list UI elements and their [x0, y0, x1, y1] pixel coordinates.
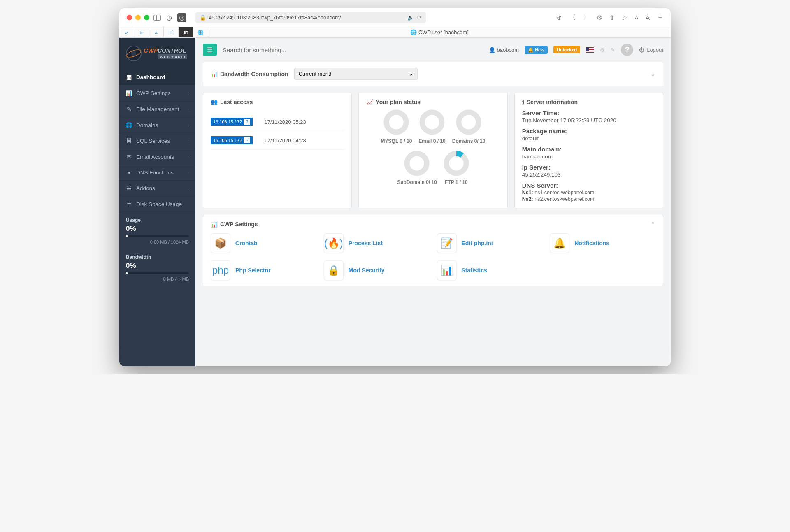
maximize-window-icon[interactable]: [144, 15, 149, 20]
topbar: ☰ 👤 baobcom 🔔 New Unlocked ⚙ ✎ ? ⏻Logout: [195, 38, 671, 62]
window-controls: [127, 15, 149, 20]
history-icon[interactable]: ◷: [165, 14, 173, 22]
browser-tab-4[interactable]: 📄: [164, 27, 179, 37]
close-window-icon[interactable]: [127, 15, 132, 20]
user-label: 👤 baobcom: [489, 47, 519, 53]
setting-label: Edit php.ini: [462, 240, 493, 246]
plan-donut: Email 0 / 10: [418, 109, 445, 144]
browser-tab-5[interactable]: BT: [179, 27, 193, 37]
svg-point-7: [386, 112, 406, 132]
forward-icon[interactable]: 〉: [583, 14, 589, 21]
select-caret-icon: ⌄: [409, 71, 413, 77]
help-icon[interactable]: ?: [621, 44, 633, 56]
sidebar-item-domains[interactable]: 🌐Domains‹: [119, 117, 195, 133]
setting-mod-security[interactable]: 🔒Mod Security: [324, 260, 430, 280]
downloads-icon[interactable]: ⊕: [557, 14, 562, 21]
brush-icon[interactable]: ✎: [611, 47, 615, 53]
setting-label: Php Selector: [235, 267, 271, 274]
access-row: 16.106.15.172?17/11/2020 05:23: [211, 113, 344, 131]
power-icon: ⏻: [639, 47, 644, 53]
collapse-icon[interactable]: ⌃: [651, 221, 655, 228]
sidebar-item-cwp-settings[interactable]: 📊CWP Settings‹: [119, 85, 195, 101]
sidebar-item-dns-functions[interactable]: ≡DNS Functions‹: [119, 165, 195, 181]
ip-badge: 16.106.15.172?: [211, 136, 253, 144]
setting-notifications[interactable]: 🔔Notifications: [550, 233, 655, 253]
unlocked-badge[interactable]: Unlocked: [553, 46, 581, 53]
reload-icon[interactable]: ⟳: [417, 14, 422, 21]
usage-progress: [126, 235, 189, 237]
access-row: 16.106.15.172?17/11/2020 04:28: [211, 131, 344, 150]
svg-text:CWP: CWP: [144, 47, 158, 54]
sidebar-item-email-accounts[interactable]: ✉Email Accounts‹: [119, 149, 195, 165]
url-text: 45.252.249.103:2083/cwp_76fd5f9e17fa8ac4…: [209, 14, 341, 21]
collapse-icon[interactable]: ⌄: [650, 70, 655, 78]
bookmark-icon[interactable]: ☆: [622, 14, 627, 21]
flag-icon[interactable]: [586, 47, 594, 53]
usage-widget: Usage 0% 0.00 MB / 1024 MB: [119, 212, 195, 249]
database-icon: 🗄: [126, 138, 132, 144]
new-tab-icon[interactable]: ＋: [657, 14, 663, 21]
setting-icon: 📦: [211, 233, 230, 253]
svg-text:CONTROL: CONTROL: [158, 47, 186, 54]
sidebar-toggle-icon[interactable]: [153, 15, 161, 21]
cogs-icon[interactable]: ⚙: [600, 47, 605, 53]
setting-process-list[interactable]: (🔥)Process List: [324, 233, 430, 253]
setting-crontab[interactable]: 📦Crontab: [211, 233, 316, 253]
svg-point-8: [422, 112, 442, 132]
text-small-icon[interactable]: A: [635, 15, 638, 21]
svg-point-10: [407, 153, 427, 173]
dns-icon: ≡: [126, 170, 132, 176]
menu-toggle-button[interactable]: ☰: [203, 44, 217, 56]
new-badge[interactable]: 🔔 New: [525, 46, 548, 54]
share-icon[interactable]: ⇧: [609, 14, 615, 21]
last-access-panel: 👥Last access 16.106.15.172?17/11/2020 05…: [203, 93, 352, 208]
search-input[interactable]: [223, 46, 313, 53]
plan-donut: MYSQL 0 / 10: [381, 109, 412, 144]
access-timestamp: 17/11/2020 05:23: [264, 119, 306, 125]
setting-php-selector[interactable]: phpPhp Selector: [211, 260, 316, 280]
svg-text:WEB PANEL: WEB PANEL: [160, 55, 187, 59]
sidebar-item-addons[interactable]: 🏛Addons‹: [119, 181, 195, 196]
lock-icon: 🔒: [200, 14, 206, 21]
browser-tab-3[interactable]: »: [149, 27, 164, 37]
addons-icon: 🏛: [126, 185, 132, 191]
period-select[interactable]: Current month⌄: [294, 68, 418, 80]
browser-tab-2[interactable]: »: [134, 27, 149, 37]
svg-point-11: [446, 153, 466, 173]
sidebar-item-dashboard[interactable]: ▦Dashboard: [119, 69, 195, 85]
gear-icon[interactable]: ⚙: [597, 14, 602, 21]
setting-label: Crontab: [235, 240, 258, 246]
plan-status-panel: 📈Your plan status MYSQL 0 / 10Email 0 / …: [358, 93, 507, 208]
sidebar-item-sql-services[interactable]: 🗄SQL Services‹: [119, 133, 195, 149]
chevron-left-icon: ‹: [187, 91, 189, 95]
browser-tab-1[interactable]: »: [119, 27, 134, 37]
globe-icon: 🌐: [126, 122, 132, 128]
setting-icon: 🔒: [324, 260, 344, 280]
chart-icon: 📊: [211, 71, 218, 77]
setting-icon: 🔔: [550, 233, 569, 253]
setting-edit-php-ini[interactable]: 📝Edit php.ini: [437, 233, 543, 253]
shield-icon[interactable]: ◎: [177, 13, 186, 22]
back-icon[interactable]: 〈: [569, 14, 576, 21]
browser-titlebar: ◷ ◎ 🔒 45.252.249.103:2083/cwp_76fd5f9e17…: [119, 8, 671, 27]
setting-label: Notifications: [574, 240, 609, 246]
sidebar-item-file-management[interactable]: ✎File Management‹: [119, 101, 195, 117]
chart-icon: 📊: [126, 90, 132, 96]
sound-icon[interactable]: 🔈: [407, 14, 414, 21]
tab-title: 🌐 CWP.user [baobcom]: [208, 29, 671, 35]
grid-icon: ▦: [126, 74, 132, 80]
main-content: ☰ 👤 baobcom 🔔 New Unlocked ⚙ ✎ ? ⏻Logout…: [195, 38, 671, 366]
setting-label: Mod Security: [349, 267, 385, 274]
logo: CWP CONTROL WEB PANEL: [119, 38, 195, 69]
browser-tab-6[interactable]: 🌐: [193, 27, 208, 37]
plan-donut: FTP 1 / 10: [444, 151, 469, 185]
plan-donut: SubDomain 0/ 10: [397, 151, 437, 185]
sidebar-item-disk-space[interactable]: ≣Disk Space Usage: [119, 196, 195, 212]
plan-donut: Domains 0/ 10: [452, 109, 486, 144]
logout-button[interactable]: ⏻Logout: [639, 47, 663, 53]
setting-statistics[interactable]: 📊Statistics: [437, 260, 543, 280]
text-large-icon[interactable]: A: [646, 14, 650, 21]
minimize-window-icon[interactable]: [135, 15, 141, 20]
nav-menu: ▦Dashboard 📊CWP Settings‹ ✎File Manageme…: [119, 69, 195, 212]
address-bar[interactable]: 🔒 45.252.249.103:2083/cwp_76fd5f9e17fa8a…: [195, 12, 426, 23]
